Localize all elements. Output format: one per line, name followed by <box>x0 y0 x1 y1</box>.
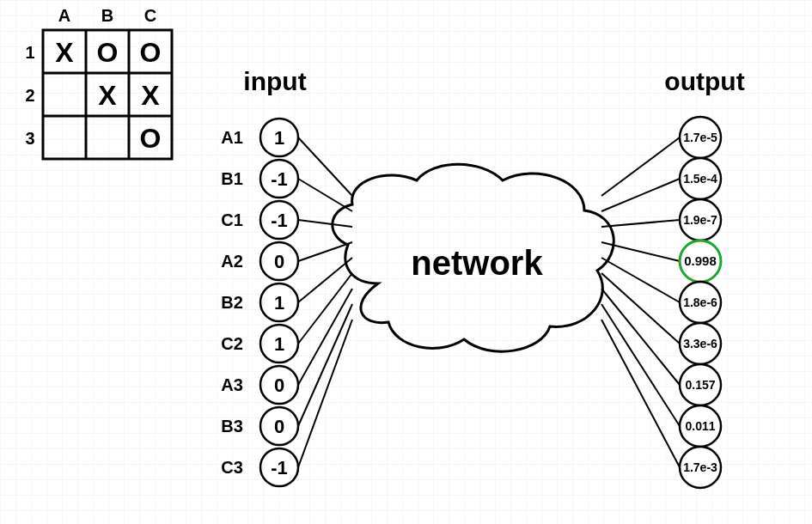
input-label-B3: B3 <box>221 417 243 436</box>
row-1-label: 1 <box>25 43 34 62</box>
input-value-A3: 0 <box>274 375 284 396</box>
input-label-B1: B1 <box>221 169 243 188</box>
col-A-label: A <box>58 6 70 25</box>
cell-B2: X <box>98 80 117 111</box>
input-label-B2: B2 <box>221 293 243 312</box>
input-label-A1: A1 <box>221 128 243 147</box>
output-value-8: 1.7e-3 <box>683 460 717 474</box>
output-value-3: 0.998 <box>684 253 717 268</box>
output-value-7: 0.011 <box>685 419 715 433</box>
row-3-label: 3 <box>25 129 34 148</box>
output-value-0: 1.7e-5 <box>683 131 717 144</box>
input-value-B3: 0 <box>274 416 284 437</box>
input-value-B2: 1 <box>274 292 284 314</box>
input-value-B1: -1 <box>271 168 288 190</box>
cell-A1: X <box>55 37 74 68</box>
cell-C2: X <box>141 80 160 111</box>
input-value-A1: 1 <box>274 127 284 149</box>
input-label-C3: C3 <box>221 458 243 477</box>
input-label-C1: C1 <box>221 210 243 229</box>
output-value-5: 3.3e-6 <box>683 337 717 350</box>
input-value-A2: 0 <box>274 251 284 272</box>
row-2-label: 2 <box>25 86 34 105</box>
input-value-C2: 1 <box>274 333 284 355</box>
input-label-A2: A2 <box>221 252 243 271</box>
input-label-A3: A3 <box>221 375 243 394</box>
input-value-C3: -1 <box>271 457 288 478</box>
network-label: network <box>411 244 543 282</box>
output-value-6: 0.157 <box>685 378 715 392</box>
cell-C3: O <box>140 123 162 154</box>
output-value-1: 1.5e-4 <box>683 172 717 186</box>
input-heading: input <box>243 67 306 95</box>
cell-C1: O <box>140 37 162 68</box>
output-value-2: 1.9e-7 <box>683 213 717 227</box>
input-label-C2: C2 <box>221 334 243 353</box>
cell-B1: O <box>97 37 119 68</box>
output-nodes: 1.7e-51.5e-41.9e-70.9981.8e-63.3e-60.157… <box>680 117 721 488</box>
output-heading: output <box>664 67 744 95</box>
col-B-label: B <box>101 6 113 25</box>
output-value-4: 1.8e-6 <box>683 296 717 309</box>
input-value-C1: -1 <box>271 210 288 231</box>
col-C-label: C <box>144 6 156 25</box>
